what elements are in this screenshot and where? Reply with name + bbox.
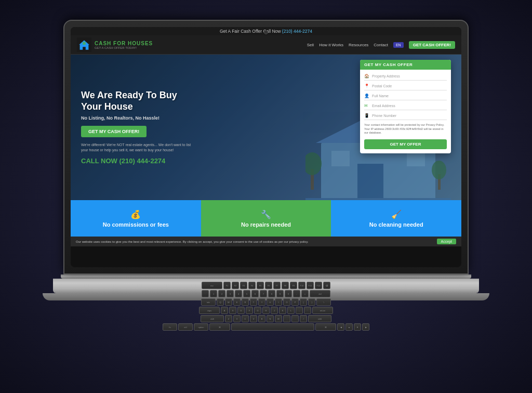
hero-cta-button[interactable]: GET MY CASH OFFER! [81,126,147,137]
key-9[interactable]: 9 [276,290,284,297]
cookie-accept-button[interactable]: Accept [437,239,456,244]
key-5[interactable]: 5 [243,290,250,297]
key-return[interactable]: return [312,307,333,314]
nav-resources[interactable]: Resources [349,43,368,47]
key-s[interactable]: S [229,307,236,314]
key-f2[interactable]: F2 [232,282,239,289]
key-f3[interactable]: F3 [240,282,247,289]
key-space[interactable] [231,323,314,331]
key-equals[interactable]: = [301,290,309,297]
key-f11[interactable]: F11 [307,282,314,289]
full-name-field[interactable]: 👤 Full Name [364,94,447,100]
key-option[interactable]: option [194,323,208,331]
key-slash[interactable]: / [300,315,307,322]
key-arrow-down[interactable]: ▼ [354,323,361,331]
key-esc[interactable]: esc [202,282,222,289]
key-rbracket[interactable]: ] [308,298,315,306]
key-j[interactable]: J [271,307,278,314]
property-address-field[interactable]: 🏠 Property Address [364,74,447,81]
key-arrow-left[interactable]: ◀ [337,323,344,331]
key-h[interactable]: H [262,307,270,314]
key-k[interactable]: K [279,307,286,314]
key-power[interactable]: ⏻ [323,282,330,289]
key-b[interactable]: B [258,315,265,322]
call-now-phone[interactable]: (210) 444-2274 [119,157,165,165]
key-fn[interactable]: fn [163,323,177,331]
key-w[interactable]: W [225,298,232,306]
key-arrow-right[interactable]: ▶ [362,323,369,331]
header-cta-button[interactable]: GET CASH OFFER! [409,41,455,49]
key-x[interactable]: X [233,315,241,322]
key-lshift[interactable]: shift [201,315,224,322]
nav-sell[interactable]: Sell [307,43,314,47]
key-capslock[interactable]: caps [199,307,220,314]
email-field[interactable]: ✉ Email Address [364,103,447,110]
key-backtick[interactable]: ` [202,290,209,297]
logo-area: CASH FOR HOUSES GET A CASH OFFER TODAY! [77,37,153,52]
key-3[interactable]: 3 [227,290,234,297]
key-2[interactable]: 2 [218,290,225,297]
key-z[interactable]: Z [225,315,232,322]
phone-number-top[interactable]: (210) 444-2274 [282,29,312,34]
logo-subtitle: GET A CASH OFFER TODAY! [95,46,153,49]
key-f5[interactable]: F5 [257,282,264,289]
key-l[interactable]: L [287,307,295,314]
key-lbracket[interactable]: [ [300,298,307,306]
key-c[interactable]: C [242,315,249,322]
key-7[interactable]: 7 [260,290,267,297]
key-0[interactable]: 0 [285,290,292,297]
key-f8[interactable]: F8 [282,282,289,289]
key-n[interactable]: N [267,315,274,322]
key-f6[interactable]: F6 [265,282,272,289]
key-comma[interactable]: , [283,315,290,322]
key-minus[interactable]: - [293,290,300,297]
key-e[interactable]: E [233,298,241,306]
key-4[interactable]: 4 [235,290,242,297]
key-command-left[interactable]: ⌘ [209,323,230,331]
key-m[interactable]: M [275,315,282,322]
hero-title: We Are Ready To Buy Your House [81,90,195,112]
key-rshift[interactable]: shift [308,315,331,322]
key-command-right[interactable]: ⌘ [315,323,336,331]
key-period[interactable]: . [291,315,299,322]
key-u[interactable]: U [267,298,274,306]
key-f1[interactable]: F1 [223,282,231,289]
key-t[interactable]: T [250,298,257,306]
key-f10[interactable]: F10 [298,282,305,289]
key-delete[interactable]: del [310,290,330,297]
form-privacy-text: Your contact information will be protect… [364,123,447,135]
key-f4[interactable]: F4 [248,282,256,289]
key-a[interactable]: A [221,307,228,314]
key-p[interactable]: P [291,298,299,306]
phone-field[interactable]: 📱 Phone Number [364,113,447,120]
key-quote[interactable]: ' [304,307,311,314]
nav-contact[interactable]: Contact [374,43,388,47]
call-now: CALL NOW (210) 444-2274 [81,157,195,165]
key-g[interactable]: G [254,307,261,314]
key-f12[interactable]: F12 [315,282,322,289]
key-i[interactable]: I [275,298,282,306]
key-y[interactable]: Y [258,298,265,306]
key-8[interactable]: 8 [268,290,275,297]
key-1[interactable]: 1 [210,290,217,297]
nav-how-it-works[interactable]: How it Works [319,43,343,47]
key-arrow-up[interactable]: ▲ [345,323,353,331]
key-f7[interactable]: F7 [273,282,281,289]
postal-code-field[interactable]: 📍 Postal Code [364,84,447,90]
key-6[interactable]: 6 [251,290,259,297]
key-f9[interactable]: F9 [290,282,297,289]
key-control[interactable]: ctrl [178,323,193,331]
key-tab[interactable]: tab [201,298,216,306]
form-submit-button[interactable]: GET MY OFFER [364,139,447,149]
key-o[interactable]: O [283,298,290,306]
keyboard-row-numbers: ` 1 2 3 4 5 6 7 8 9 0 - = del [63,290,469,297]
key-backslash[interactable]: \ [316,298,331,306]
key-f[interactable]: F [246,307,253,314]
key-semicolon[interactable]: ; [296,307,303,314]
key-d[interactable]: D [237,307,245,314]
hero-section: We Are Ready To Buy Your House No Listin… [71,55,461,200]
key-v[interactable]: V [250,315,257,322]
language-flag[interactable]: EN [393,42,404,48]
key-q[interactable]: Q [217,298,224,306]
key-r[interactable]: R [242,298,249,306]
